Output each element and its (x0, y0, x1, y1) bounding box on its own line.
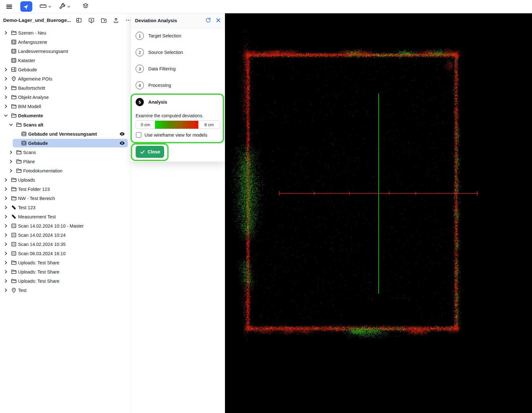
add-folder-icon[interactable] (100, 17, 107, 24)
chevron-right-icon[interactable] (4, 178, 11, 182)
visibility-eye-icon[interactable] (119, 140, 130, 146)
step-target-selection[interactable]: 1 Target Selection (136, 32, 181, 40)
tree-item-label: Gebäude und Vermessungsamt (28, 132, 97, 137)
step-source-selection[interactable]: 2 Source Selection (136, 48, 183, 56)
pointcloud-canvas[interactable] (225, 13, 532, 413)
tree-item-kataster[interactable]: Kataster (0, 56, 130, 65)
tree-item-label: Test (18, 288, 27, 293)
chevron-right-icon[interactable] (4, 77, 11, 81)
chevron-right-icon[interactable] (4, 288, 11, 292)
tree-item-scans[interactable]: Scans (0, 148, 130, 157)
tree-item-label: Anfangsszene (18, 40, 47, 45)
chevron-right-icon[interactable] (4, 233, 11, 237)
viewport-3d[interactable] (225, 13, 532, 413)
folder-icon (11, 278, 18, 284)
tools-menu-button[interactable] (59, 3, 71, 11)
tree-item-bim-modell[interactable]: BIM Modell (0, 102, 130, 111)
project-title[interactable]: Demo-Lager_und_Bueroge... (3, 17, 71, 23)
chevron-right-icon[interactable] (4, 196, 11, 200)
chevron-down-icon (67, 4, 71, 9)
chevron-right-icon[interactable] (4, 251, 11, 255)
tree-item-uploads-test-share[interactable]: Uploads: Test Share (0, 276, 130, 286)
chevron-down-icon[interactable] (9, 123, 16, 127)
tree-item-measurement-test[interactable]: Measurement Test (0, 212, 130, 221)
deviation-color-scale[interactable]: 0 cm 8 cm (136, 120, 220, 129)
measure-tool-button[interactable] (39, 3, 52, 11)
chevron-right-icon[interactable] (4, 215, 11, 219)
folder-icon (11, 260, 18, 266)
add-scene-icon[interactable] (88, 17, 95, 24)
chevron-right-icon[interactable] (9, 169, 16, 173)
wireframe-checkbox-row[interactable]: Use wireframe view for models (136, 132, 207, 138)
tree-item-label: Gebäude (18, 67, 37, 72)
chevron-right-icon[interactable] (4, 270, 11, 274)
select-tool-button[interactable] (20, 1, 32, 12)
chevron-right-icon[interactable] (4, 31, 11, 35)
chevron-right-icon[interactable] (4, 95, 11, 99)
tree-item-uploads-test-share[interactable]: Uploads: Test Share (0, 258, 130, 267)
chevron-right-icon[interactable] (4, 104, 11, 108)
tree-item-test-folder-123[interactable]: Test Folder 123 (0, 184, 130, 194)
tree-item-szenen-neu[interactable]: Szenen - Neu (0, 28, 130, 37)
visibility-eye-icon[interactable] (119, 131, 130, 137)
chevron-right-icon[interactable] (9, 159, 16, 164)
chevron-right-icon[interactable] (4, 187, 11, 191)
tree-item-scan-14-02-2024-10-10-master[interactable]: Scan 14.02.2024 10:10 - Master (0, 221, 130, 230)
layers-button[interactable] (82, 2, 89, 11)
tree-item-allgemeine-pois[interactable]: Allgemeine POIs (0, 74, 130, 83)
pin-icon (11, 76, 18, 82)
panel-divider (131, 141, 225, 141)
measure-icon (11, 214, 18, 220)
more-options-icon[interactable] (125, 17, 130, 24)
deviation-panel-column: Deviation Analysis 1 Target Selection 2 … (130, 13, 225, 413)
sidebar-header: Demo-Lager_und_Bueroge... (0, 13, 130, 28)
close-panel-icon[interactable] (216, 18, 221, 23)
tree-item-label: Landesvermessungsamt (18, 49, 68, 54)
chevron-right-icon[interactable] (4, 279, 11, 283)
panel-title: Deviation Analysis (135, 18, 177, 23)
step-number: 3 (136, 65, 144, 73)
tree-item-objekt-analyse[interactable]: Objekt Analyse (0, 93, 130, 102)
tree-item-fotodokumentation[interactable]: Fotodokumentation (0, 166, 130, 175)
tree-item-gebäude-und-vermessungsamt[interactable]: Gebäude und Vermessungsamt (0, 129, 130, 139)
step-analysis[interactable]: 5 Analysis (136, 98, 167, 106)
step-data-filtering[interactable]: 3 Data Filtering (136, 65, 176, 73)
scale-min-label: 0 cm (136, 121, 155, 129)
tree-item-pläne[interactable]: Pläne (0, 157, 130, 166)
chevron-right-icon[interactable] (4, 68, 11, 72)
step-label: Analysis (148, 100, 167, 105)
chevron-right-icon[interactable] (4, 86, 11, 90)
tree-item-landesvermessungsamt[interactable]: Landesvermessungsamt (0, 47, 130, 56)
tree-item-test[interactable]: Test (0, 286, 130, 295)
tree-item-scan-14-02-2024-10-35[interactable]: Scan 14.02.2024 10:35 (0, 240, 130, 249)
chevron-right-icon[interactable] (4, 242, 11, 246)
scale-max-label: 8 cm (198, 121, 220, 129)
tree-item-test-123[interactable]: Test 123 (0, 203, 130, 212)
tree-item-baufortschritt[interactable]: Baufortschritt (0, 83, 130, 93)
close-button[interactable]: Close (136, 146, 164, 158)
chevron-right-icon[interactable] (9, 150, 16, 154)
tree-item-dokumente[interactable]: Dokumente (0, 111, 130, 120)
step-processing[interactable]: 4 Processing (136, 81, 171, 89)
layout-icon[interactable] (75, 17, 82, 24)
image-doc-icon (21, 140, 28, 146)
folder-icon (11, 269, 18, 275)
tree-item-scans-alt[interactable]: Scans alt (0, 120, 130, 129)
chevron-down-icon[interactable] (4, 113, 11, 118)
wireframe-checkbox[interactable] (136, 132, 141, 138)
reset-icon[interactable] (205, 17, 211, 23)
hamburger-menu-icon[interactable] (4, 1, 15, 12)
tree-item-gebäude[interactable]: Gebäude (0, 65, 130, 74)
tree-item-uploads-test-share[interactable]: Uploads: Test Share (0, 267, 130, 276)
upload-icon[interactable] (112, 17, 119, 24)
tree-item-uploads[interactable]: Uploads (0, 175, 130, 184)
chevron-right-icon[interactable] (4, 205, 11, 210)
tree-item-anfangsszene[interactable]: Anfangsszene (0, 37, 130, 47)
tree-item-gebäude[interactable]: Gebäude (0, 139, 130, 148)
chevron-right-icon[interactable] (4, 261, 11, 265)
tree-item-scan-06-03-2024-16-10[interactable]: Scan 06.03.2024 16:10 (0, 249, 130, 258)
sidebar-actions (75, 17, 130, 24)
tree-item-nw-test-bereich[interactable]: NW - Test Bereich (0, 194, 130, 203)
chevron-right-icon[interactable] (4, 224, 11, 228)
tree-item-scan-14-02-2024-10-24[interactable]: Scan 14.02.2024 10:24 (0, 230, 130, 240)
